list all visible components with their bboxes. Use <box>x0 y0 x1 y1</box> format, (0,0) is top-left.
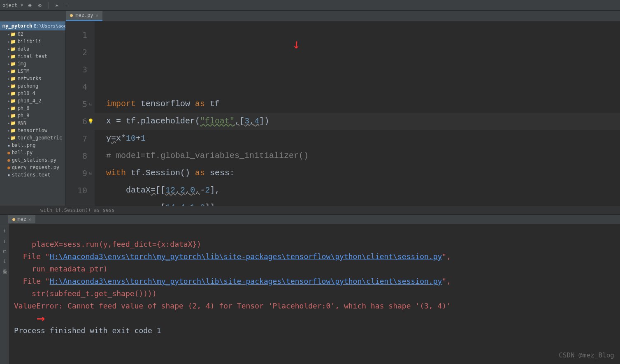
tree-item-label: ball.py <box>12 150 33 155</box>
project-tree[interactable]: my_pytorch E:\Users\aoc\Py ▸📁02▸📁bilibil… <box>0 21 66 206</box>
tree-item-label: final_test <box>18 53 47 59</box>
tree-item-ph-8[interactable]: ▸📁ph_8 <box>0 112 65 119</box>
folder-icon: ▸📁 <box>7 54 16 59</box>
line-number: 6 <box>66 113 87 130</box>
tree-item-label: RNN <box>18 120 27 126</box>
separator <box>48 2 49 9</box>
run-console: ↑ ↓ ⇄ ⤓ 🖶 placeX=sess.run(y,feed_dict={x… <box>0 224 620 364</box>
python-file-icon: ● <box>7 165 10 170</box>
tree-item-label: stations.text <box>12 172 51 178</box>
line-number: 7 <box>66 130 87 147</box>
watermark: CSDN @mez_Blog <box>559 349 614 362</box>
folder-icon: ▸📁 <box>7 39 16 44</box>
folder-icon: ▸📁 <box>7 61 16 67</box>
tree-item-label: LSTM <box>18 68 30 74</box>
export-icon[interactable]: ⤓ <box>2 258 7 264</box>
up-icon[interactable]: ↑ <box>3 227 6 234</box>
tree-item-get-stations-py[interactable]: ●get_stations.py <box>0 156 65 164</box>
tree-item-final-test[interactable]: ▸📁final_test <box>0 53 65 60</box>
tree-item-bilibili[interactable]: ▸📁bilibili <box>0 38 65 45</box>
line-number: 10 <box>66 182 87 199</box>
tree-item-label: get_stations.py <box>12 157 56 163</box>
print-icon[interactable]: 🖶 <box>2 269 7 275</box>
tree-item-data[interactable]: ▸📁data <box>0 45 65 53</box>
folder-icon: ▸📁 <box>7 69 16 74</box>
error-message: ValueError: Cannot feed value of shape (… <box>14 301 451 310</box>
chevron-down-icon[interactable]: ▼ <box>21 3 23 7</box>
collapse-icon[interactable]: ⊕ <box>26 1 33 9</box>
folder-icon: ▸📁 <box>7 91 16 96</box>
run-toolwindow-tabs: ● mez ✕ <box>0 214 620 224</box>
code-content[interactable]: ↙ import tensorflow as tf x = tf.placeho… <box>95 21 620 206</box>
line-number-gutter: 12345678910 ⊟ 💡 ⊟ <box>66 21 95 206</box>
tree-item-stations-text[interactable]: ▪stations.text <box>0 171 65 179</box>
file-link[interactable]: H:\Anaconda3\envs\torch\my_pytorch\lib\s… <box>50 277 442 285</box>
close-icon[interactable]: ✕ <box>96 13 99 18</box>
console-line: str(subfeed_t.get_shape()))) <box>14 289 157 298</box>
tree-item-ball-py[interactable]: ●ball.py <box>0 149 65 156</box>
line-number: 4 <box>66 78 87 95</box>
tree-item-lstm[interactable]: ▸📁LSTM <box>0 67 65 75</box>
tree-item-torch-geometric[interactable]: ▸📁torch_geometric <box>0 134 65 141</box>
line-number: 1 <box>66 26 87 44</box>
annotation-arrow-icon: ↗ <box>35 310 49 325</box>
line-number: 8 <box>66 147 87 165</box>
down-icon[interactable]: ↓ <box>3 238 6 244</box>
tree-item-label: pachong <box>18 83 39 89</box>
project-selector[interactable]: oject <box>2 2 17 8</box>
annotation-arrow-icon: ↙ <box>288 35 305 54</box>
exit-code-line: Process finished with exit code 1 <box>14 326 161 335</box>
locate-icon[interactable]: ⊗ <box>37 1 43 9</box>
python-file-icon: ● <box>7 158 10 163</box>
run-tab-mez[interactable]: ● mez ✕ <box>8 215 35 223</box>
console-output[interactable]: placeX=sess.run(y,feed_dict={x:dataX}) F… <box>9 224 620 364</box>
tree-item-pachong[interactable]: ▸📁pachong <box>0 82 65 90</box>
file-link[interactable]: H:\Anaconda3\envs\torch\my_pytorch\lib\s… <box>50 252 442 261</box>
console-line: File "H:\Anaconda3\envs\torch\my_pytorch… <box>14 252 451 261</box>
console-line: run_metadata_ptr) <box>14 264 108 273</box>
tree-item-ph10-4[interactable]: ▸📁ph10_4 <box>0 90 65 97</box>
tab-label: mez.py <box>75 12 93 18</box>
line-number: 3 <box>66 61 87 78</box>
folder-icon: ▸📁 <box>7 32 16 37</box>
folder-icon: ▸📁 <box>7 106 16 111</box>
folder-icon: ▸📁 <box>7 83 16 89</box>
tree-item-label: img <box>18 61 27 67</box>
lightbulb-icon[interactable]: 💡 <box>88 113 94 130</box>
editor-tab-bar: ● mez.py ✕ <box>0 11 620 21</box>
tab-mez-py[interactable]: ● mez.py ✕ <box>66 11 102 21</box>
tree-item-img[interactable]: ▸📁img <box>0 60 65 67</box>
tree-item-label: ph_6 <box>18 105 30 111</box>
tree-item-tensorflow[interactable]: ▸📁tensorflow <box>0 127 65 134</box>
folder-icon: ▸📁 <box>7 46 16 52</box>
project-root[interactable]: my_pytorch E:\Users\aoc\Py <box>0 21 65 30</box>
tree-item-label: torch_geometric <box>18 135 62 141</box>
tree-item-rnn[interactable]: ▸📁RNN <box>0 119 65 127</box>
project-root-path: E:\Users\aoc\Py <box>34 23 65 29</box>
tree-item-query-request-py[interactable]: ●query_request.py <box>0 164 65 171</box>
folder-icon: ▸📁 <box>7 135 16 141</box>
tree-item-ball-png[interactable]: ▪ball.png <box>0 141 65 149</box>
main-split: my_pytorch E:\Users\aoc\Py ▸📁02▸📁bilibil… <box>0 21 620 206</box>
run-tab-label: mez <box>17 216 26 222</box>
tree-item-label: ph10_4 <box>18 90 35 96</box>
tree-item-label: ph_8 <box>18 113 30 118</box>
gear-icon[interactable]: ✶ <box>53 1 60 9</box>
line-number: 9 <box>66 165 87 182</box>
soft-wrap-icon[interactable]: ⇄ <box>3 248 6 254</box>
tree-item-networks[interactable]: ▸📁networks <box>0 75 65 82</box>
console-toolbar: ↑ ↓ ⇄ ⤓ 🖶 <box>0 224 9 364</box>
folder-icon: ▸📁 <box>7 98 16 104</box>
tree-item-label: bilibili <box>18 39 42 44</box>
python-run-icon: ● <box>12 216 15 222</box>
tree-item-ph10-4-2[interactable]: ▸📁ph10_4_2 <box>0 97 65 104</box>
tree-item-label: query_request.py <box>12 165 60 170</box>
hide-icon[interactable]: — <box>63 1 70 9</box>
code-editor[interactable]: 12345678910 ⊟ 💡 ⊟ ↙ import tensorflow as… <box>66 21 620 206</box>
tree-item-ph-6[interactable]: ▸📁ph_6 <box>0 104 65 112</box>
close-icon[interactable]: ✕ <box>28 217 31 222</box>
tree-item-label: data <box>18 46 30 52</box>
tree-item-02[interactable]: ▸📁02 <box>0 30 65 38</box>
folder-icon: ▸📁 <box>7 128 16 133</box>
console-line: placeX=sess.run(y,feed_dict={x:dataX}) <box>14 240 201 248</box>
